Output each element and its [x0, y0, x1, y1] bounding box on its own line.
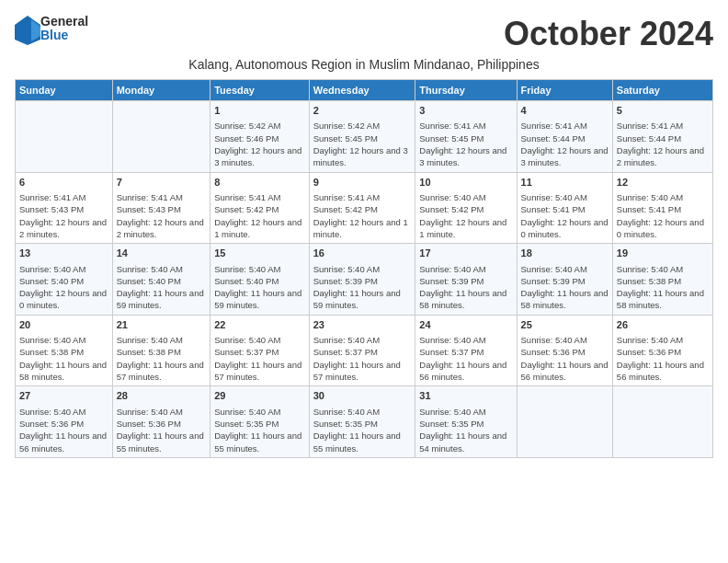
calendar-cell: 30Sunrise: 5:40 AM Sunset: 5:35 PM Dayli… — [309, 386, 415, 458]
day-number: 19 — [617, 247, 709, 260]
day-number: 4 — [521, 104, 609, 118]
day-info: Sunrise: 5:41 AM Sunset: 5:42 PM Dayligh… — [313, 191, 412, 240]
day-info: Sunrise: 5:41 AM Sunset: 5:44 PM Dayligh… — [617, 120, 709, 168]
calendar-cell: 21Sunrise: 5:40 AM Sunset: 5:38 PM Dayli… — [112, 315, 210, 386]
day-info: Sunrise: 5:40 AM Sunset: 5:40 PM Dayligh… — [117, 263, 207, 312]
day-info: Sunrise: 5:41 AM Sunset: 5:42 PM Dayligh… — [214, 191, 305, 240]
calendar-week-row: 1Sunrise: 5:42 AM Sunset: 5:46 PM Daylig… — [16, 101, 713, 173]
calendar-cell: 6Sunrise: 5:41 AM Sunset: 5:43 PM Daylig… — [16, 172, 113, 244]
month-title: October 2024 — [504, 15, 713, 53]
day-number: 11 — [521, 176, 609, 190]
calendar-cell: 14Sunrise: 5:40 AM Sunset: 5:40 PM Dayli… — [112, 244, 210, 316]
day-number: 13 — [19, 247, 108, 260]
day-number: 9 — [313, 176, 412, 190]
calendar-cell: 10Sunrise: 5:40 AM Sunset: 5:42 PM Dayli… — [415, 172, 517, 244]
day-number: 25 — [521, 318, 609, 332]
calendar-table: SundayMondayTuesdayWednesdayThursdayFrid… — [15, 79, 713, 458]
day-number: 10 — [419, 176, 512, 190]
day-number: 22 — [214, 318, 305, 332]
day-info: Sunrise: 5:41 AM Sunset: 5:44 PM Dayligh… — [521, 120, 609, 168]
day-info: Sunrise: 5:40 AM Sunset: 5:36 PM Dayligh… — [19, 406, 108, 454]
day-number: 18 — [521, 247, 609, 260]
day-info: Sunrise: 5:40 AM Sunset: 5:38 PM Dayligh… — [617, 263, 709, 312]
calendar-cell: 29Sunrise: 5:40 AM Sunset: 5:35 PM Dayli… — [210, 386, 310, 458]
day-info: Sunrise: 5:40 AM Sunset: 5:35 PM Dayligh… — [313, 406, 412, 454]
calendar-cell: 1Sunrise: 5:42 AM Sunset: 5:46 PM Daylig… — [210, 101, 310, 173]
day-number: 26 — [617, 318, 709, 332]
calendar-cell: 26Sunrise: 5:40 AM Sunset: 5:36 PM Dayli… — [612, 315, 712, 386]
day-info: Sunrise: 5:40 AM Sunset: 5:39 PM Dayligh… — [521, 263, 609, 312]
calendar-cell: 3Sunrise: 5:41 AM Sunset: 5:45 PM Daylig… — [415, 101, 517, 173]
calendar-cell — [16, 101, 113, 173]
calendar-cell: 11Sunrise: 5:40 AM Sunset: 5:41 PM Dayli… — [517, 172, 612, 244]
day-number: 21 — [117, 318, 207, 332]
calendar-cell: 20Sunrise: 5:40 AM Sunset: 5:38 PM Dayli… — [16, 315, 113, 386]
day-number: 8 — [214, 176, 305, 190]
day-number: 14 — [117, 247, 207, 260]
day-info: Sunrise: 5:40 AM Sunset: 5:40 PM Dayligh… — [214, 263, 305, 312]
day-number: 20 — [19, 318, 108, 332]
day-info: Sunrise: 5:42 AM Sunset: 5:45 PM Dayligh… — [313, 120, 412, 168]
logo-text: General Blue — [40, 15, 88, 43]
day-number: 31 — [419, 389, 512, 403]
calendar-cell — [112, 101, 210, 173]
calendar-cell: 16Sunrise: 5:40 AM Sunset: 5:39 PM Dayli… — [309, 244, 415, 316]
calendar-cell: 31Sunrise: 5:40 AM Sunset: 5:35 PM Dayli… — [415, 386, 517, 458]
day-number: 23 — [313, 318, 412, 332]
day-number: 17 — [419, 247, 512, 260]
day-info: Sunrise: 5:41 AM Sunset: 5:45 PM Dayligh… — [419, 120, 512, 168]
calendar-cell: 17Sunrise: 5:40 AM Sunset: 5:39 PM Dayli… — [415, 244, 517, 316]
calendar-cell: 8Sunrise: 5:41 AM Sunset: 5:42 PM Daylig… — [210, 172, 310, 244]
day-header-monday: Monday — [112, 80, 210, 101]
day-header-wednesday: Wednesday — [309, 80, 415, 101]
day-number: 7 — [117, 176, 207, 190]
day-info: Sunrise: 5:40 AM Sunset: 5:35 PM Dayligh… — [214, 406, 305, 454]
day-number: 1 — [214, 104, 305, 118]
calendar-cell: 12Sunrise: 5:40 AM Sunset: 5:41 PM Dayli… — [612, 172, 712, 244]
calendar-cell: 27Sunrise: 5:40 AM Sunset: 5:36 PM Dayli… — [16, 386, 113, 458]
calendar-week-row: 27Sunrise: 5:40 AM Sunset: 5:36 PM Dayli… — [16, 386, 713, 458]
calendar-cell: 22Sunrise: 5:40 AM Sunset: 5:37 PM Dayli… — [210, 315, 310, 386]
calendar-week-row: 6Sunrise: 5:41 AM Sunset: 5:43 PM Daylig… — [16, 172, 713, 244]
calendar-header-row: SundayMondayTuesdayWednesdayThursdayFrid… — [16, 80, 713, 101]
day-info: Sunrise: 5:40 AM Sunset: 5:36 PM Dayligh… — [521, 334, 609, 383]
day-info: Sunrise: 5:40 AM Sunset: 5:41 PM Dayligh… — [617, 191, 709, 240]
day-info: Sunrise: 5:41 AM Sunset: 5:43 PM Dayligh… — [19, 191, 108, 240]
calendar-cell: 24Sunrise: 5:40 AM Sunset: 5:37 PM Dayli… — [415, 315, 517, 386]
day-info: Sunrise: 5:41 AM Sunset: 5:43 PM Dayligh… — [117, 191, 207, 240]
calendar-week-row: 20Sunrise: 5:40 AM Sunset: 5:38 PM Dayli… — [16, 315, 713, 386]
day-info: Sunrise: 5:40 AM Sunset: 5:36 PM Dayligh… — [617, 334, 709, 383]
logo: General Blue — [15, 15, 88, 43]
day-info: Sunrise: 5:40 AM Sunset: 5:42 PM Dayligh… — [419, 191, 512, 240]
calendar-cell: 18Sunrise: 5:40 AM Sunset: 5:39 PM Dayli… — [517, 244, 612, 316]
day-number: 6 — [19, 176, 108, 190]
day-info: Sunrise: 5:40 AM Sunset: 5:40 PM Dayligh… — [19, 263, 108, 312]
calendar-cell: 5Sunrise: 5:41 AM Sunset: 5:44 PM Daylig… — [612, 101, 712, 173]
day-header-tuesday: Tuesday — [210, 80, 310, 101]
calendar-cell: 13Sunrise: 5:40 AM Sunset: 5:40 PM Dayli… — [16, 244, 113, 316]
day-info: Sunrise: 5:40 AM Sunset: 5:36 PM Dayligh… — [117, 406, 207, 454]
day-info: Sunrise: 5:40 AM Sunset: 5:38 PM Dayligh… — [117, 334, 207, 383]
subtitle: Kalang, Autonomous Region in Muslim Mind… — [15, 57, 713, 72]
day-number: 5 — [617, 104, 709, 118]
page-header: General Blue October 2024 — [15, 15, 713, 53]
day-header-saturday: Saturday — [612, 80, 712, 101]
day-header-thursday: Thursday — [415, 80, 517, 101]
day-header-friday: Friday — [517, 80, 612, 101]
day-number: 27 — [19, 389, 108, 403]
calendar-cell — [517, 386, 612, 458]
day-number: 30 — [313, 389, 412, 403]
day-info: Sunrise: 5:40 AM Sunset: 5:35 PM Dayligh… — [419, 406, 512, 454]
calendar-cell: 4Sunrise: 5:41 AM Sunset: 5:44 PM Daylig… — [517, 101, 612, 173]
day-info: Sunrise: 5:40 AM Sunset: 5:39 PM Dayligh… — [313, 263, 412, 312]
day-info: Sunrise: 5:40 AM Sunset: 5:37 PM Dayligh… — [214, 334, 305, 383]
day-info: Sunrise: 5:40 AM Sunset: 5:37 PM Dayligh… — [313, 334, 412, 383]
logo-icon — [15, 16, 37, 41]
day-number: 12 — [617, 176, 709, 190]
calendar-cell: 2Sunrise: 5:42 AM Sunset: 5:45 PM Daylig… — [309, 101, 415, 173]
day-info: Sunrise: 5:40 AM Sunset: 5:41 PM Dayligh… — [521, 191, 609, 240]
calendar-cell: 28Sunrise: 5:40 AM Sunset: 5:36 PM Dayli… — [112, 386, 210, 458]
calendar-cell: 19Sunrise: 5:40 AM Sunset: 5:38 PM Dayli… — [612, 244, 712, 316]
day-number: 29 — [214, 389, 305, 403]
calendar-cell — [612, 386, 712, 458]
